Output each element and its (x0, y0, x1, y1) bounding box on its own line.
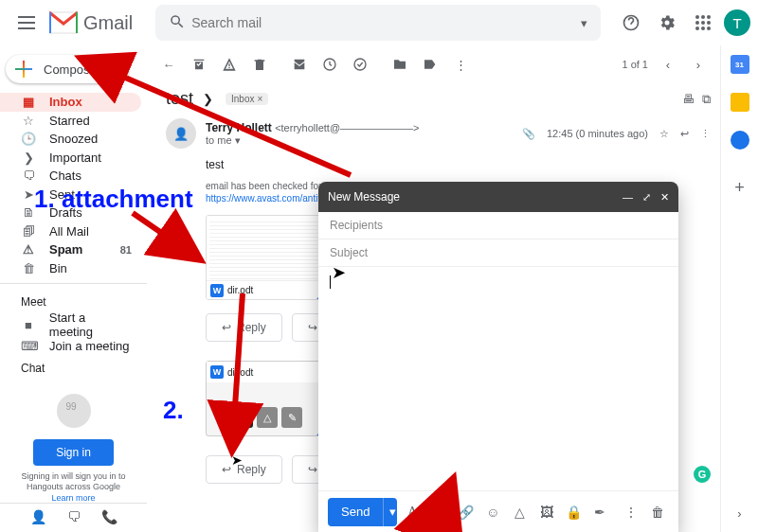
save-to-drive-button[interactable]: △ (257, 407, 278, 428)
sidebar-item-inbox[interactable]: ▦Inbox (0, 93, 141, 112)
reply-button[interactable]: ↩Reply (206, 455, 282, 484)
insert-emoji-icon[interactable]: ☺ (481, 500, 504, 524)
attachment-card[interactable]: W dir.odt (206, 215, 329, 300)
formatting-icon[interactable]: A (401, 500, 424, 524)
recipients-field[interactable]: Recipients (318, 212, 678, 239)
svg-point-9 (701, 27, 705, 30)
download-attachment-button[interactable]: ⬇ (232, 407, 253, 428)
print-icon[interactable]: 🖶 (682, 92, 695, 107)
meet-start[interactable]: ■Start a meeting (0, 312, 141, 337)
calendar-addon-icon[interactable]: 31 (731, 55, 749, 74)
video-icon: ■ (21, 318, 36, 332)
account-avatar[interactable]: T (724, 9, 750, 36)
mark-unread-button[interactable] (285, 50, 314, 79)
settings-gear-icon[interactable] (652, 8, 682, 38)
doc-type-icon: W (210, 365, 224, 379)
learn-more-link[interactable]: Learn more (11, 493, 135, 503)
header: Gmail ▾ T (0, 0, 758, 45)
more-button[interactable]: ⋮ (446, 50, 475, 79)
insert-drive-icon[interactable]: △ (508, 500, 531, 524)
sender-name: Terry Hollett (206, 121, 272, 134)
search-input[interactable] (191, 15, 575, 30)
sidebar-item-important[interactable]: ❯Important (0, 149, 141, 168)
sidebar-item-allmail[interactable]: 🗐All Mail (0, 222, 141, 241)
compose-titlebar[interactable]: New Message — ⤢ ✕ (318, 182, 678, 212)
snooze-button[interactable] (316, 50, 344, 79)
svg-point-7 (707, 21, 711, 25)
gmail-wordmark: Gmail (83, 12, 133, 34)
close-icon[interactable]: ✕ (660, 191, 669, 204)
svg-point-10 (707, 27, 711, 30)
reply-icon[interactable]: ↩ (680, 128, 689, 140)
signin-button[interactable]: Sign in (33, 439, 114, 466)
hangouts-block: Sign in Signing in will sign you in to H… (0, 388, 147, 503)
help-icon[interactable] (616, 8, 646, 38)
phone-icon[interactable]: 📞 (101, 509, 117, 524)
spam-count: 81 (120, 244, 132, 256)
sidebar-item-label: Snoozed (49, 132, 98, 146)
apps-grid-icon[interactable] (688, 8, 718, 38)
insert-photo-icon[interactable]: 🖼 (535, 500, 558, 524)
attach-file-icon[interactable]: 📎 (427, 500, 450, 524)
send-options-dropdown[interactable]: ▾ (383, 498, 397, 526)
tasks-addon-icon[interactable] (731, 131, 749, 150)
edit-attachment-button[interactable]: ✎ (281, 407, 302, 428)
search-options-dropdown[interactable]: ▾ (575, 16, 593, 30)
sidebar-item-drafts[interactable]: 🗎Drafts (0, 204, 141, 222)
fullscreen-icon[interactable]: ⤢ (642, 191, 651, 204)
sidebar-item-sent[interactable]: ➤Sent (0, 186, 141, 204)
meet-label: Join a meeting (49, 339, 130, 353)
meet-heading: Meet (0, 290, 147, 312)
sidebar-item-snoozed[interactable]: 🕒Snoozed (0, 130, 141, 149)
sidebar-item-bin[interactable]: 🗑Bin (0, 259, 141, 278)
person-icon[interactable]: 👤 (30, 509, 46, 524)
prev-button[interactable]: ‹ (654, 50, 682, 79)
sidebar-item-chats[interactable]: 🗨Chats (0, 167, 141, 186)
keep-addon-icon[interactable] (731, 93, 749, 112)
doc-type-icon: W (210, 284, 224, 297)
discard-draft-icon[interactable]: 🗑 (646, 500, 669, 524)
compose-more-icon[interactable]: ⋮ (619, 500, 641, 524)
hide-panel-icon[interactable]: › (731, 504, 749, 523)
label-important-icon[interactable]: ❯ (203, 92, 216, 106)
labels-button[interactable] (416, 50, 444, 79)
bin-icon: 🗑 (21, 261, 36, 275)
delete-button[interactable] (245, 50, 274, 79)
sidebar-item-starred[interactable]: ☆Starred (0, 112, 141, 131)
inbox-label-chip[interactable]: Inbox× (226, 93, 268, 105)
get-addons-icon[interactable]: + (731, 178, 749, 197)
star-icon: ☆ (21, 114, 36, 128)
compose-button[interactable]: Compose (6, 55, 129, 83)
send-button[interactable]: Send ▾ (328, 498, 397, 526)
next-button[interactable]: › (684, 50, 713, 79)
svg-point-3 (701, 15, 705, 19)
confidential-mode-icon[interactable]: 🔒 (562, 500, 585, 524)
back-button[interactable]: ← (154, 50, 183, 79)
add-task-button[interactable] (346, 50, 374, 79)
main-menu-button[interactable] (8, 4, 45, 42)
attachment-card-hover[interactable]: W dir.odt ⬇ △ ✎ (206, 361, 329, 436)
insert-signature-icon[interactable]: ✒ (588, 500, 611, 524)
archive-button[interactable] (185, 50, 213, 79)
insert-link-icon[interactable]: 🔗 (455, 500, 478, 524)
attachment-filename: dir.odt (227, 285, 253, 295)
grammarly-icon[interactable]: G (694, 466, 711, 483)
sent-icon: ➤ (21, 187, 36, 202)
hangouts-footer-icon[interactable]: 🗨 (67, 509, 81, 524)
compose-body[interactable] (318, 267, 678, 490)
move-to-button[interactable] (386, 50, 414, 79)
sidebar-item-label: Inbox (49, 95, 82, 109)
search-bar[interactable]: ▾ (155, 5, 601, 41)
more-icon[interactable]: ⋮ (700, 128, 711, 140)
to-line[interactable]: to me ▾ (206, 134, 420, 147)
email-time: 12:45 (0 minutes ago) (547, 128, 648, 139)
minimize-icon[interactable]: — (623, 191, 633, 204)
sender-avatar[interactable]: 👤 (166, 118, 196, 149)
subject-field[interactable]: Subject (318, 239, 678, 267)
sidebar-item-spam[interactable]: ⚠Spam81 (0, 240, 141, 259)
open-new-window-icon[interactable]: ⧉ (702, 92, 711, 107)
report-spam-button[interactable] (215, 50, 244, 79)
meet-join[interactable]: ⌨Join a meeting (0, 337, 141, 356)
reply-button[interactable]: ↩Reply (206, 313, 282, 342)
star-toggle[interactable]: ☆ (659, 128, 669, 140)
